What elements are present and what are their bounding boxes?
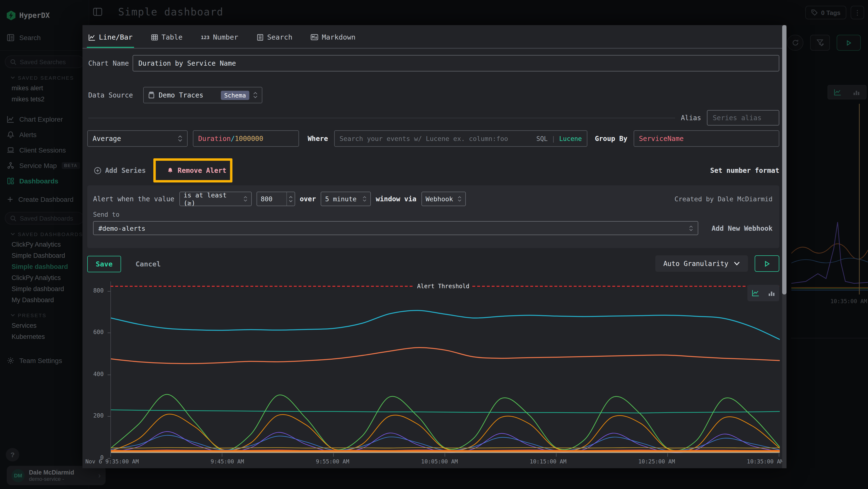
tab-line-bar[interactable]: Line/Bar [88,25,133,49]
alert-window-select[interactable]: 5 minute [321,192,371,206]
edit-chart-modal: Line/Bar Table 123 Number Search Markdow… [83,25,786,468]
alert-condition-select[interactable]: is at least (≥) [179,192,251,206]
modal-scrollbar[interactable] [782,25,786,468]
chart-name-row: Chart Name [88,55,779,71]
lucene-mode-button[interactable]: Lucene [559,135,582,142]
created-by-label: Created by Dale McDiarmid [675,195,773,203]
where-search-input[interactable]: Search your events w/ Lucene ex. column:… [334,130,587,147]
run-chart-button[interactable] [755,255,779,272]
sql-mode-button[interactable]: SQL [536,135,548,142]
y-axis-tick-label: 400 [93,371,104,377]
x-axis-tick-label: Nov 6 9:35:00 AM [85,458,139,465]
send-to-label: Send to [93,211,774,218]
plus-circle-icon [94,167,101,174]
number-123-icon: 123 [201,34,210,40]
over-label: over [300,195,316,203]
alert-threshold-line: Alert Threshold [111,286,779,287]
markdown-icon [311,34,318,40]
chevron-updown-icon [457,196,461,202]
cancel-button[interactable]: Cancel [135,260,161,268]
app-root: HyperDX Search Saved Searches SAVED SEAR… [0,0,868,489]
alias-label: Alias [681,114,701,122]
alert-channel-select[interactable]: Webhook [421,192,466,206]
series-line-orange-mid [111,348,780,364]
chart-name-input[interactable] [133,55,779,71]
tab-search[interactable]: Search [256,25,292,49]
aggregation-select[interactable]: Average [87,130,188,147]
tabs-divider [83,48,782,49]
webhook-channel-select[interactable]: #demo-alerts [93,221,698,235]
set-number-format-button[interactable]: Set number format [710,167,779,174]
x-axis-tick-label: 10:25:00 AM [638,458,675,465]
add-series-button[interactable]: Add Series [94,167,146,174]
save-button[interactable]: Save [87,256,121,272]
alias-row: Alias [88,110,779,125]
x-tick-marks [111,453,779,457]
x-axis-tick-label: 10:05:00 AM [421,458,458,465]
y-axis-tick-label: 200 [93,412,104,419]
alert-threshold-input [256,192,295,206]
annotation-highlight-box [153,158,232,182]
line-chart-toggle-icon[interactable] [747,285,763,301]
alias-divider-line [88,118,675,118]
tab-number[interactable]: 123 Number [201,25,238,49]
doc-list-icon [256,33,264,41]
x-axis-tick-label: 10:35:00 AM [747,458,784,465]
x-axis-tick-label: 9:55:00 AM [316,458,349,465]
series-alias-input[interactable] [707,110,779,125]
data-source-label: Data Source [88,91,143,99]
database-icon [148,91,155,99]
save-row: Save Cancel Auto Granularity [87,255,779,272]
x-axis-labels: Nov 6 9:35:00 AM9:45:00 AM9:55:00 AM10:0… [85,458,784,465]
chevron-down-icon [734,262,740,265]
window-via-label: window via [376,195,416,203]
chevron-updown-icon [243,196,247,202]
series-line-orange-bells [111,414,780,452]
chart-series-lines [111,282,780,453]
bar-chart-toggle-icon[interactable] [763,285,779,301]
group-by-label: Group By [595,135,627,142]
data-source-select[interactable]: Demo Traces Schema [143,87,262,103]
chevron-updown-icon [178,135,182,142]
number-stepper[interactable] [286,192,294,206]
formula-input[interactable]: Duration/1000000 [193,130,299,147]
tab-markdown[interactable]: Markdown [311,25,355,49]
series-line-cyan-top [111,310,780,339]
alert-threshold-label: Alert Threshold [414,283,472,290]
chevron-updown-icon [253,92,257,98]
data-source-row: Data Source Demo Traces Schema [88,87,262,103]
y-tick-marks [107,282,111,455]
series-line-yellow-low [111,448,780,448]
alert-prefix-label: Alert when the value [93,195,174,203]
chart-type-tabs: Line/Bar Table 123 Number Search Markdow… [83,25,782,49]
series-editor-row: Average Duration/1000000 Where Search yo… [87,130,779,147]
chart-plot-area[interactable] [111,282,779,453]
series-line-teal-flat [111,410,780,413]
chart-type-toggle[interactable] [747,285,779,301]
table-icon [151,33,158,41]
line-chart-icon [88,33,95,41]
chevron-updown-icon [363,196,367,202]
group-by-input[interactable]: ServiceName [633,130,779,147]
x-axis-tick-label: 9:45:00 AM [211,458,244,465]
schema-badge[interactable]: Schema [221,90,249,100]
x-axis-tick-label: 10:15:00 AM [530,458,566,465]
threshold-number-field[interactable] [257,192,286,206]
scrollbar-thumb[interactable] [782,25,786,294]
alert-config-panel: Alert when the value is at least (≥) ove… [87,185,779,248]
add-new-webhook-button[interactable]: Add New Webhook [712,224,773,232]
y-axis-tick-label: 800 [93,287,104,294]
tab-table[interactable]: Table [151,25,183,49]
y-axis-tick-label: 600 [93,329,104,336]
chevron-updown-icon [689,225,693,231]
chart-name-label: Chart Name [88,59,133,67]
y-axis-labels: 8006004002000 [83,282,106,455]
where-label: Where [308,135,328,142]
granularity-select[interactable]: Auto Granularity [655,255,748,272]
